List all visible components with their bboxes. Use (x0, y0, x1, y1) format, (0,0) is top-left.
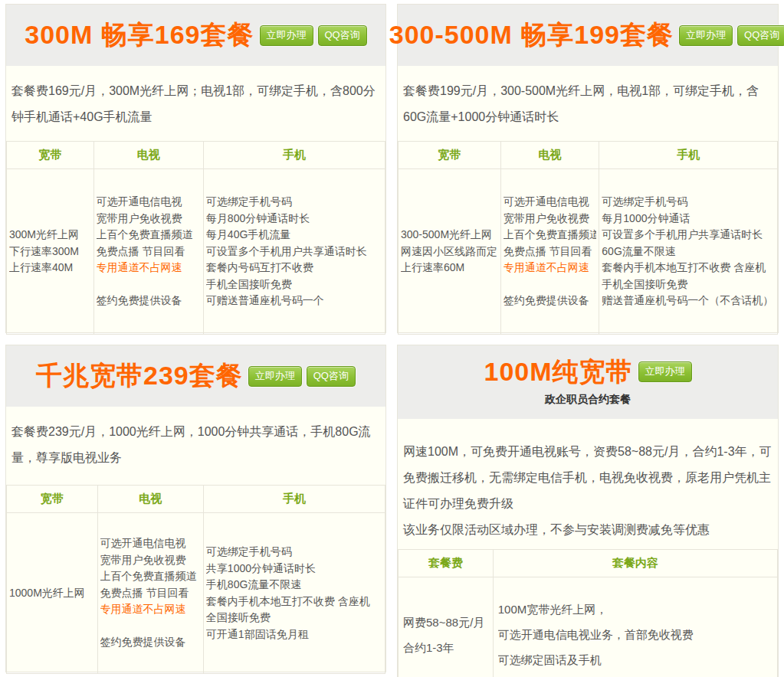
column-header: 套餐内容 (493, 550, 777, 577)
column-header: 宽带 (7, 142, 94, 169)
feature-line: 宽带用户免收视费 (97, 211, 201, 227)
feature-line: 全国接听免费 (206, 610, 382, 626)
title-row: 100M纯宽带 立即办理 (398, 358, 778, 386)
column-header: 套餐费 (399, 550, 494, 577)
plan-detail-cell: 可选开通电信电视宽带用户免收视费上百个免费直播频道免费点播 节目回看专用通道不占… (93, 169, 203, 335)
plan-table: 宽带电视手机 300M光纤上网下行速率300M上行速率40M可选开通电信电视宽带… (6, 141, 385, 335)
apply-now-button[interactable]: 立即办理 (679, 25, 733, 46)
plan-detail-cell: 可选开通电信电视宽带用户免收视费上百个免费直播频道免费点播 节目回看专用通道不占… (500, 169, 599, 335)
description-line: 套餐费239元/月，1000光纤上网，1000分钟共享通话，手机80G流量，尊享… (11, 419, 380, 471)
description-line: 套餐费199元/月，300-500M光纤上网，电视1部，可绑定手机，含60G流量… (403, 78, 773, 130)
plan-detail-cell: 300M光纤上网下行速率300M上行速率40M (7, 169, 94, 335)
apply-now-button[interactable]: 立即办理 (638, 361, 692, 382)
feature-line: 手机全国接听免费 (206, 276, 382, 293)
feature-line: 手机全国接听免费 (602, 276, 775, 293)
plan-detail-cell: 可选开通电信电视宽带用户免收视费上百个免费直播频道免费点播 节目回看专用通道不占… (97, 513, 203, 674)
feature-line: 可选开通电信电视 (100, 535, 201, 552)
card-header: 300-500M 畅享199套餐 立即办理QQ咨询 (398, 5, 778, 66)
feature-line: 免费点播 节目回看 (100, 585, 201, 602)
description-line: 套餐费169元/月，300M光纤上网；电视1部，可绑定手机，含800分钟手机通话… (11, 78, 380, 130)
feature-line: 1000M光纤上网 (9, 585, 95, 602)
feature-line: 签约免费提供设备 (100, 634, 201, 651)
feature-line: 可选绑定手机号码 (602, 194, 775, 211)
card-header: 100M纯宽带 立即办理 政企职员合约套餐 (398, 345, 778, 419)
plan-detail-cell: 1000M光纤上网 (7, 513, 98, 674)
column-header: 手机 (203, 142, 385, 169)
feature-line: 可开通1部固话免月租 (206, 626, 382, 643)
plan-card-300-500m-199: 300-500M 畅享199套餐 立即办理QQ咨询 套餐费199元/月，300-… (397, 4, 779, 333)
plan-detail-cell: 100M宽带光纤上网，可选开通电信电视业务，首部免收视费可选绑定固话及手机 (493, 577, 777, 677)
feature-line: 300-500M光纤上网 (401, 227, 498, 244)
feature-line: 网速因小区线路而定 (401, 244, 498, 260)
feature-line: 上行速率60M (401, 260, 498, 276)
plan-title: 300-500M 畅享199套餐 (389, 21, 674, 49)
feature-line: 免费点播 节目回看 (97, 244, 201, 260)
feature-line: 下行速率300M (9, 244, 91, 260)
table-header-row: 宽带电视手机 (7, 486, 385, 513)
feature-line: 可选绑定固话及手机 (498, 647, 775, 672)
feature-line: 可选开通电信电视 (504, 194, 597, 211)
feature-line: 每月1000分钟通话 (602, 211, 775, 227)
feature-line (97, 276, 201, 293)
table-body-row: 300-500M光纤上网网速因小区线路而定上行速率60M可选开通电信电视宽带用户… (399, 169, 778, 335)
column-header: 电视 (97, 486, 203, 513)
plan-detail-cell: 300-500M光纤上网网速因小区线路而定上行速率60M (399, 169, 501, 335)
plan-description: 套餐费199元/月，300-500M光纤上网，电视1部，可绑定手机，含60G流量… (398, 66, 778, 141)
feature-line: 签约免费提供设备 (97, 293, 201, 309)
feature-line: 宽带用户免收视费 (100, 552, 201, 569)
card-buttons: 立即办理QQ咨询 (260, 25, 367, 46)
column-header: 电视 (500, 142, 599, 169)
feature-line (100, 618, 201, 635)
feature-line: 免费点播 节目回看 (504, 244, 597, 260)
title-row: 300-500M 畅享199套餐 立即办理QQ咨询 (398, 21, 778, 49)
broadband-plans-page: 300M 畅享169套餐 立即办理QQ咨询 套餐费169元/月，300M光纤上网… (0, 0, 784, 677)
column-header: 手机 (599, 142, 778, 169)
feature-line: 上百个免费直播频道 (504, 227, 597, 244)
feature-line: 每月40G手机流量 (206, 227, 382, 244)
feature-line: 可赠送普通座机号码一个 (206, 293, 382, 309)
feature-line: 每月800分钟通话时长 (206, 211, 382, 227)
description-line: 网速100M，可免费开通电视账号，资费58~88元/月，合约1-3年，可免费搬迁… (403, 439, 773, 517)
feature-line: 宽带用户免收视费 (504, 211, 597, 227)
plan-detail-cell: 网费58~88元/月合约1-3年 (399, 577, 494, 677)
table-header-row: 宽带电视手机 (7, 142, 385, 169)
qq-consult-button[interactable]: QQ咨询 (307, 366, 356, 387)
highlighted-feature-line: 专用通道不占网速 (504, 260, 597, 276)
feature-line (504, 276, 597, 293)
plan-description: 套餐费169元/月，300M光纤上网；电视1部，可绑定手机，含800分钟手机通话… (6, 66, 385, 141)
apply-now-button[interactable]: 立即办理 (260, 25, 313, 46)
feature-line: 300M光纤上网 (9, 227, 91, 244)
plan-table: 宽带电视手机 1000M光纤上网可选开通电信电视宽带用户免收视费上百个免费直播频… (6, 485, 385, 674)
plan-table: 套餐费套餐内容 网费58~88元/月合约1-3年100M宽带光纤上网，可选开通电… (398, 549, 778, 677)
card-header: 千兆宽带239套餐 立即办理QQ咨询 (6, 345, 385, 407)
table-body-row: 1000M光纤上网可选开通电信电视宽带用户免收视费上百个免费直播频道免费点播 节… (7, 513, 385, 674)
feature-line: 套餐内号码互打不收费 (206, 260, 382, 276)
plan-detail-cell: 可选绑定手机号码共享1000分钟通话时长手机80G流量不限速套餐内手机本地互打不… (203, 513, 385, 674)
table-body-row: 300M光纤上网下行速率300M上行速率40M可选开通电信电视宽带用户免收视费上… (7, 169, 385, 335)
table-body-row: 网费58~88元/月合约1-3年100M宽带光纤上网，可选开通电信电视业务，首部… (399, 577, 778, 677)
title-row: 300M 畅享169套餐 立即办理QQ咨询 (6, 21, 385, 49)
feature-line: 60G流量不限速 (602, 244, 775, 260)
feature-line: 套餐内手机本地互打不收费 含座机 (206, 594, 382, 610)
plan-detail-cell: 可选绑定手机号码每月1000分钟通话可设置多个手机用户共享通话时长60G流量不限… (599, 169, 778, 335)
card-header: 300M 畅享169套餐 立即办理QQ咨询 (6, 5, 385, 66)
qq-consult-button[interactable]: QQ咨询 (318, 25, 367, 46)
feature-line: 合约1-3年 (403, 635, 490, 660)
qq-consult-button[interactable]: QQ咨询 (737, 25, 784, 46)
highlighted-feature-line: 专用通道不占网速 (100, 601, 201, 618)
plan-description: 网速100M，可免费开通电视账号，资费58~88元/月，合约1-3年，可免费搬迁… (398, 419, 778, 549)
plan-detail-cell: 可选绑定手机号码每月800分钟通话时长每月40G手机流量可设置多个手机用户共享通… (203, 169, 385, 335)
plan-title: 千兆宽带239套餐 (36, 361, 243, 390)
feature-line: 可选开通电信电视业务，首部免收视费 (498, 622, 775, 647)
feature-line: 套餐内手机本地互打不收费 含座机 (602, 260, 775, 276)
feature-line: 签约免费提供设备 (504, 293, 597, 309)
table-header-row: 套餐费套餐内容 (399, 550, 778, 577)
feature-line: 可设置多个手机用户共享通话时长 (602, 227, 775, 244)
plan-subtitle: 政企职员合约套餐 (398, 393, 778, 407)
feature-line: 可选绑定手机号码 (206, 544, 382, 561)
feature-line: 可选绑定手机号码 (206, 194, 382, 211)
feature-line: 上百个免费直播频道 (97, 227, 201, 244)
column-header: 宽带 (399, 142, 501, 169)
plan-card-100m-pure: 100M纯宽带 立即办理 政企职员合约套餐 网速100M，可免费开通电视账号，资… (397, 345, 779, 677)
apply-now-button[interactable]: 立即办理 (248, 366, 302, 387)
